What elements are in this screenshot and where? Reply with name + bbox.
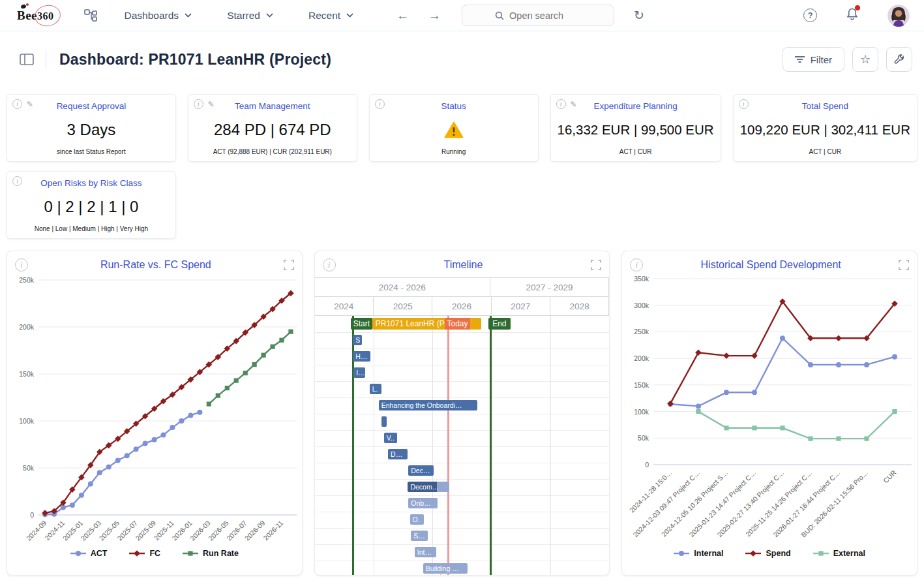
kpi-card-open-risks[interactable]: i Open Risks by Risk Class 0 | 2 | 2 | 1… — [7, 171, 176, 239]
svg-text:2024-09: 2024-09 — [25, 519, 48, 542]
info-icon[interactable]: i — [739, 99, 749, 109]
gantt-task-bar[interactable]: L. — [370, 384, 381, 394]
sidebar-toggle-icon[interactable] — [20, 54, 34, 65]
today-line — [447, 316, 449, 576]
gantt-row-line — [315, 381, 610, 382]
historical-chart-plot[interactable]: 050k100k150k200k250k300k350k2024-11-28 1… — [622, 272, 917, 553]
gantt-task-bar[interactable]: S… — [411, 531, 427, 541]
bee360-logo[interactable]: Bee360 — [17, 8, 54, 23]
search-icon — [495, 11, 504, 20]
gantt-task-bar[interactable]: Enhancing the Onboardi… — [379, 400, 477, 410]
svg-text:350k: 350k — [634, 275, 650, 283]
sitemap-icon[interactable] — [84, 9, 98, 22]
kpi-card-status[interactable]: i Status Running — [369, 94, 539, 162]
gantt-row-line — [315, 348, 610, 349]
gantt-task-bar[interactable]: H… — [353, 351, 370, 362]
page-title: Dashboard: PR1071 LeanHR (Project) — [59, 51, 331, 69]
gantt-task-bar[interactable]: I… — [353, 367, 365, 378]
filter-button[interactable]: Filter — [782, 47, 844, 72]
refresh-icon[interactable]: ↻ — [634, 8, 644, 23]
svg-text:100k: 100k — [19, 417, 35, 425]
kpi-title: Total Spend — [802, 101, 848, 111]
chart-card-timeline: i Timeline 2024 - 20262027 - 2029 202420… — [314, 251, 610, 576]
svg-text:250k: 250k — [634, 328, 650, 335]
legend-item-external[interactable]: External — [813, 549, 865, 558]
expand-icon[interactable] — [899, 260, 909, 270]
nav-dashboards[interactable]: Dashboards — [125, 10, 192, 22]
info-icon[interactable]: i — [194, 99, 203, 109]
nav-starred[interactable]: Starred — [227, 10, 273, 22]
info-icon[interactable]: i — [630, 258, 643, 271]
settings-button[interactable] — [886, 47, 912, 72]
info-icon[interactable]: i — [375, 99, 385, 109]
avatar[interactable] — [887, 5, 910, 27]
help-icon[interactable]: ? — [803, 8, 817, 22]
timeline-year-label: 2027 — [492, 297, 550, 315]
gantt-row-line — [315, 414, 610, 414]
today-marker[interactable]: Today — [445, 318, 469, 330]
kpi-card-request-approval[interactable]: i✎ Request Approval 3 Days since last St… — [7, 94, 176, 162]
info-icon[interactable]: i — [12, 99, 22, 109]
kpi-title: Open Risks by Risk Class — [40, 178, 142, 188]
pencil-icon[interactable]: ✎ — [208, 100, 215, 109]
legend-item-run-rate[interactable]: Run Rate — [183, 549, 239, 558]
info-icon[interactable]: i — [556, 99, 566, 109]
search-input[interactable] — [509, 10, 581, 21]
timeline-year-label: 2026 — [432, 297, 491, 315]
gantt-task-bar[interactable]: Int… — [415, 547, 436, 557]
back-arrow-icon[interactable]: ← — [396, 8, 409, 23]
legend-item-fc[interactable]: FC — [129, 549, 160, 558]
timeline-year-label: 2028 — [550, 297, 609, 315]
pencil-icon[interactable]: ✎ — [571, 100, 577, 109]
kpi-footer: ACT | CUR — [619, 148, 652, 157]
kpi-card-total-spend[interactable]: i Total Spend 109,220 EUR | 302,411 EUR … — [733, 94, 917, 162]
notifications-button[interactable] — [846, 7, 859, 23]
historical-chart-legend: InternalSpendExternal — [622, 549, 917, 558]
gantt-task-bar[interactable]: V.. — [384, 433, 397, 443]
gantt-task-bar[interactable] — [381, 416, 387, 427]
chevron-down-icon — [185, 13, 192, 18]
gantt-task-bar[interactable]: Building … — [423, 563, 468, 574]
gantt-task-bar[interactable]: D… — [388, 449, 408, 459]
kpi-title: Status — [441, 101, 466, 111]
gantt-row-line — [315, 430, 610, 431]
expand-icon[interactable] — [591, 260, 601, 270]
gantt-task-bar[interactable]: Dec… — [408, 465, 433, 476]
svg-text:100k: 100k — [634, 408, 650, 416]
info-icon[interactable]: i — [12, 176, 22, 186]
expand-icon[interactable] — [284, 260, 294, 270]
pencil-icon[interactable]: ✎ — [27, 100, 33, 109]
forward-arrow-icon[interactable]: → — [428, 8, 441, 23]
timeline-gantt[interactable]: 2024 - 20262027 - 2029 20242025202620272… — [315, 277, 610, 576]
end-marker[interactable]: End — [488, 318, 510, 330]
legend-item-spend[interactable]: Spend — [745, 549, 790, 558]
timeline-body[interactable]: StartPR1071 LeanHR (Project)TodayEndSH…I… — [315, 315, 610, 576]
search-box[interactable] — [462, 5, 614, 26]
kpi-footer: None | Low | Medium | High | Very High — [35, 225, 148, 234]
gantt-task-bar[interactable]: O. — [410, 514, 424, 525]
kpi-grid: i✎ Request Approval 3 Days since last St… — [7, 94, 917, 239]
gantt-task-bar[interactable]: Decom… — [408, 482, 449, 492]
gantt-row-line — [315, 365, 610, 365]
kpi-card-team-management[interactable]: i✎ Team Management 284 PD | 674 PD ACT (… — [188, 94, 357, 162]
svg-text:150k: 150k — [634, 381, 650, 389]
kpi-value: 3 Days — [67, 121, 116, 139]
svg-text:2026-09: 2026-09 — [243, 519, 267, 542]
svg-text:300k: 300k — [634, 302, 650, 309]
runrate-chart-legend: ACTFCRun Rate — [7, 549, 302, 558]
info-icon[interactable]: i — [15, 258, 28, 271]
gantt-task-bar[interactable]: Onb… — [408, 498, 438, 508]
info-icon[interactable]: i — [323, 258, 336, 271]
logo-ellipse — [33, 3, 62, 27]
kpi-footer: ACT | CUR — [809, 148, 841, 157]
runrate-chart-plot[interactable]: 050k100k150k200k250k2024-092024-112025-0… — [7, 272, 302, 551]
nav-recent[interactable]: Recent — [308, 10, 353, 22]
kpi-card-expenditure-planning[interactable]: i✎ Expenditure Planning 16,332 EUR | 99,… — [550, 94, 721, 162]
gantt-task-bar[interactable]: S — [353, 335, 362, 345]
star-button[interactable]: ☆ — [852, 47, 878, 72]
legend-item-internal[interactable]: Internal — [674, 549, 723, 558]
svg-text:50k: 50k — [23, 464, 35, 472]
start-marker[interactable]: Start — [351, 318, 372, 330]
milestone-marker[interactable] — [435, 574, 447, 576]
legend-item-act[interactable]: ACT — [70, 549, 108, 558]
